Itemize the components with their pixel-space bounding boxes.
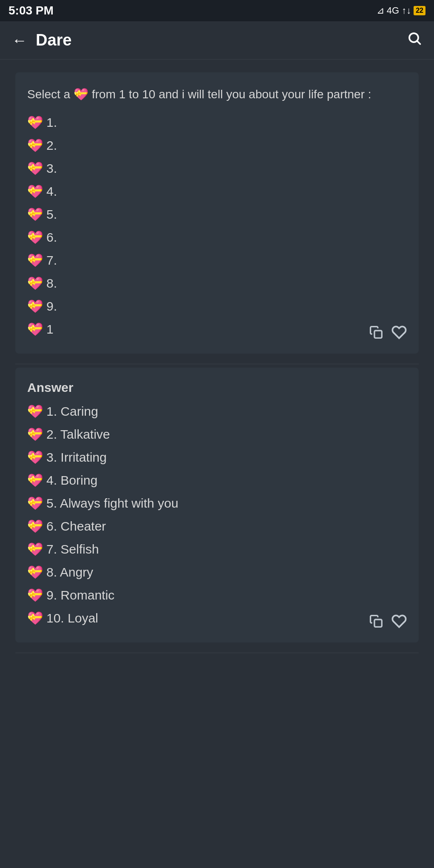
list-emoji: 💝 bbox=[27, 226, 43, 249]
list-number: 6. bbox=[46, 226, 57, 249]
answer-item: 💝 8. Angry bbox=[27, 561, 407, 584]
answer-emoji: 💝 bbox=[27, 469, 43, 492]
answer-item: 💝 2. Talkative bbox=[27, 423, 407, 446]
answer-emoji: 💝 bbox=[27, 400, 43, 423]
answer-emoji: 💝 bbox=[27, 538, 43, 561]
bottom-divider bbox=[15, 653, 419, 653]
list-emoji: 💝 bbox=[27, 272, 43, 295]
answer-list: 💝 1. Caring 💝 2. Talkative 💝 3. Irritati… bbox=[27, 400, 407, 630]
answer-text: 9. Romantic bbox=[46, 584, 114, 607]
svg-line-1 bbox=[417, 41, 420, 44]
list-emoji: 💝 bbox=[27, 249, 43, 272]
answer-text: 3. Irritating bbox=[46, 446, 107, 469]
answer-emoji: 💝 bbox=[27, 423, 43, 446]
answer-item: 💝 10. Loyal bbox=[27, 607, 407, 630]
page-title: Dare bbox=[36, 31, 407, 49]
answer-label: Answer bbox=[27, 380, 407, 395]
post-card-2: Answer 💝 1. Caring 💝 2. Talkative 💝 3. I… bbox=[15, 368, 419, 642]
status-bar: 5:03 PM ⊿ 4G ↑↓ 22 bbox=[0, 0, 434, 21]
answer-text: 4. Boring bbox=[46, 469, 97, 492]
list-item: 💝 6. bbox=[27, 226, 407, 249]
answer-text: 8. Angry bbox=[46, 561, 93, 584]
list-number: 7. bbox=[46, 249, 57, 272]
list-emoji: 💝 bbox=[27, 318, 43, 341]
answer-item: 💝 7. Selfish bbox=[27, 538, 407, 561]
search-button[interactable] bbox=[407, 31, 422, 50]
answer-text: 5. Always fight with you bbox=[46, 492, 178, 515]
list-number: 2. bbox=[46, 134, 57, 157]
list-emoji: 💝 bbox=[27, 295, 43, 318]
list-item: 💝 1. bbox=[27, 111, 407, 134]
list-number: 4. bbox=[46, 180, 57, 203]
copy-button[interactable] bbox=[369, 325, 383, 342]
list-emoji: 💝 bbox=[27, 180, 43, 203]
list-number: 1. bbox=[46, 111, 57, 134]
network-label: 4G bbox=[387, 5, 399, 16]
list-item: 💝 5. bbox=[27, 203, 407, 226]
answer-emoji: 💝 bbox=[27, 561, 43, 584]
number-list: 💝 1. 💝 2. 💝 3. 💝 4. 💝 5. 💝 6. 💝 7. 💝 8. … bbox=[27, 111, 407, 341]
answer-emoji: 💝 bbox=[27, 607, 43, 630]
list-item: 💝 9. bbox=[27, 295, 407, 318]
post-card-1: Select a 💝 from 1 to 10 and i will tell … bbox=[15, 72, 419, 354]
list-emoji: 💝 bbox=[27, 157, 43, 180]
back-button[interactable]: ← bbox=[12, 31, 27, 49]
answer-text: 2. Talkative bbox=[46, 423, 110, 446]
answer-emoji: 💝 bbox=[27, 446, 43, 469]
battery-indicator: 22 bbox=[414, 6, 425, 15]
answer-emoji: 💝 bbox=[27, 584, 43, 607]
list-item: 💝 1 bbox=[27, 318, 407, 341]
answer-item: 💝 1. Caring bbox=[27, 400, 407, 423]
divider bbox=[15, 364, 419, 364]
list-number: 9. bbox=[46, 295, 57, 318]
like-button[interactable] bbox=[391, 325, 407, 342]
status-icons: ⊿ 4G ↑↓ 22 bbox=[377, 5, 425, 16]
answer-emoji: 💝 bbox=[27, 515, 43, 538]
list-item: 💝 3. bbox=[27, 157, 407, 180]
toolbar: ← Dare bbox=[0, 21, 434, 60]
list-emoji: 💝 bbox=[27, 203, 43, 226]
answer-item: 💝 5. Always fight with you bbox=[27, 492, 407, 515]
empty-footer bbox=[0, 666, 434, 868]
list-number: 5. bbox=[46, 203, 57, 226]
answer-item: 💝 9. Romantic bbox=[27, 584, 407, 607]
answer-text: 6. Cheater bbox=[46, 515, 106, 538]
list-item: 💝 4. bbox=[27, 180, 407, 203]
content-area: Select a 💝 from 1 to 10 and i will tell … bbox=[0, 60, 434, 666]
status-time: 5:03 PM bbox=[9, 4, 54, 17]
svg-rect-2 bbox=[374, 331, 382, 338]
answer-text: 1. Caring bbox=[46, 400, 98, 423]
svg-rect-3 bbox=[374, 620, 382, 627]
answer-text: 7. Selfish bbox=[46, 538, 99, 561]
like-button-2[interactable] bbox=[391, 614, 407, 631]
list-item: 💝 2. bbox=[27, 134, 407, 157]
list-emoji: 💝 bbox=[27, 111, 43, 134]
list-item: 💝 8. bbox=[27, 272, 407, 295]
answer-item: 💝 6. Cheater bbox=[27, 515, 407, 538]
answer-text: 10. Loyal bbox=[46, 607, 98, 630]
list-number: 1 bbox=[46, 318, 54, 341]
copy-button-2[interactable] bbox=[369, 614, 383, 631]
post-actions-2 bbox=[369, 614, 407, 631]
list-emoji: 💝 bbox=[27, 134, 43, 157]
list-number: 8. bbox=[46, 272, 57, 295]
list-number: 3. bbox=[46, 157, 57, 180]
post-intro: Select a 💝 from 1 to 10 and i will tell … bbox=[27, 85, 407, 104]
post-actions-1 bbox=[369, 325, 407, 342]
answer-item: 💝 4. Boring bbox=[27, 469, 407, 492]
answer-emoji: 💝 bbox=[27, 492, 43, 515]
list-item: 💝 7. bbox=[27, 249, 407, 272]
signal-icon: ⊿ bbox=[377, 5, 384, 16]
answer-item: 💝 3. Irritating bbox=[27, 446, 407, 469]
signal-bars: ↑↓ bbox=[402, 5, 411, 16]
